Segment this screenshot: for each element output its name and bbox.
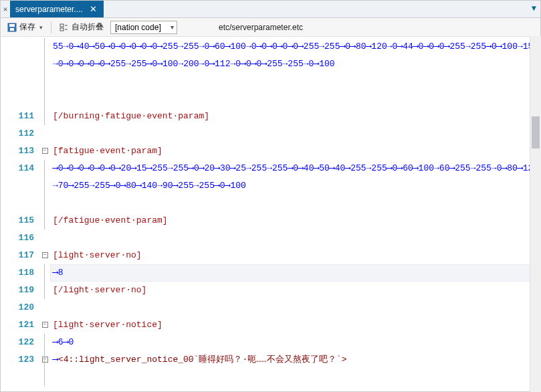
- line-number: 121: [1, 316, 39, 334]
- tab-close-icon[interactable]: ✕: [88, 4, 98, 14]
- line-number-gutter: 111 112 113 114 115 116 117 118 119 120 …: [1, 37, 39, 391]
- save-button[interactable]: 保存 ▾: [3, 20, 47, 34]
- code-line[interactable]: 55→0⟶40⟶50⟶0⟶0⟶0⟶0⟶0⟶255→255→0⟶60⟶100→0⟶…: [50, 38, 540, 108]
- code-line[interactable]: [/light·server·no]: [50, 282, 540, 299]
- close-panel-icon[interactable]: ✕: [1, 1, 10, 17]
- code-line-current[interactable]: ⟶8: [50, 264, 540, 282]
- save-dropdown-icon[interactable]: ▾: [39, 24, 43, 31]
- line-number: 114: [1, 160, 39, 212]
- line-number: 111: [1, 108, 39, 125]
- code-line[interactable]: [50, 229, 540, 247]
- code-line[interactable]: ⟶6⟶0: [50, 334, 540, 351]
- code-line[interactable]: [light·server·notice]: [50, 316, 540, 334]
- line-number: 118: [1, 264, 39, 282]
- section-combo[interactable]: [nation code]: [110, 21, 177, 34]
- code-line[interactable]: ⟶0⟶0⟶0⟶0⟶0⟶0⟶20⟶15⟶255→255⟶0⟶20⟶30⟶25→25…: [50, 160, 540, 212]
- tab-title: serverparameter....: [15, 5, 83, 14]
- svg-rect-1: [9, 24, 15, 27]
- svg-rect-2: [10, 28, 14, 31]
- fold-toggle[interactable]: −: [42, 357, 48, 363]
- line-number: 115: [1, 212, 39, 229]
- toolbar: 保存 ▾ 自动折叠 [nation code] etc/serverparame…: [1, 18, 540, 37]
- code-line[interactable]: [/burning·fatigue·event·param]: [50, 108, 540, 125]
- combo-value: [nation code]: [115, 23, 161, 32]
- code-line[interactable]: [fatigue·event·param]: [50, 142, 540, 160]
- scroll-thumb[interactable]: [532, 116, 540, 149]
- line-number: 113: [1, 142, 39, 160]
- svg-rect-3: [60, 24, 64, 27]
- tab-bar: ✕ serverparameter.... ✕ ▼: [1, 1, 540, 18]
- code-line[interactable]: [50, 299, 540, 316]
- vertical-scrollbar[interactable]: [530, 36, 541, 392]
- code-line[interactable]: [/fatigue·event·param]: [50, 212, 540, 229]
- svg-rect-4: [60, 28, 64, 31]
- code-line[interactable]: [light·server·no]: [50, 247, 540, 264]
- code-line[interactable]: [50, 125, 540, 142]
- code-area[interactable]: 55→0⟶40⟶50⟶0⟶0⟶0⟶0⟶0⟶255→255→0⟶60⟶100→0⟶…: [50, 37, 540, 391]
- fold-icon: [60, 23, 69, 32]
- line-number: 112: [1, 125, 39, 142]
- line-number: 117: [1, 247, 39, 264]
- fold-gutter: − − − −: [39, 37, 50, 391]
- fold-toggle[interactable]: −: [42, 252, 48, 258]
- editor[interactable]: 111 112 113 114 115 116 117 118 119 120 …: [1, 37, 540, 391]
- fold-toggle[interactable]: −: [42, 148, 48, 154]
- save-icon: [7, 23, 17, 32]
- line-number: 120: [1, 299, 39, 316]
- save-label: 保存: [19, 21, 35, 33]
- autofold-label: 自动折叠: [72, 21, 104, 33]
- line-number: 116: [1, 229, 39, 247]
- autofold-button[interactable]: 自动折叠: [56, 20, 108, 34]
- divider: [51, 21, 51, 33]
- dropdown-icon[interactable]: ▼: [532, 4, 536, 13]
- line-number: [1, 38, 39, 108]
- line-number: 123: [1, 351, 39, 386]
- file-path: etc/serverparameter.etc: [219, 23, 303, 32]
- file-tab[interactable]: serverparameter.... ✕: [10, 1, 104, 17]
- fold-toggle[interactable]: −: [42, 322, 48, 328]
- code-line[interactable]: ⟶<4::light_server_notice_00`睡得好吗？·呃……不会又…: [50, 351, 540, 386]
- line-number: 122: [1, 334, 39, 351]
- line-number: 119: [1, 282, 39, 299]
